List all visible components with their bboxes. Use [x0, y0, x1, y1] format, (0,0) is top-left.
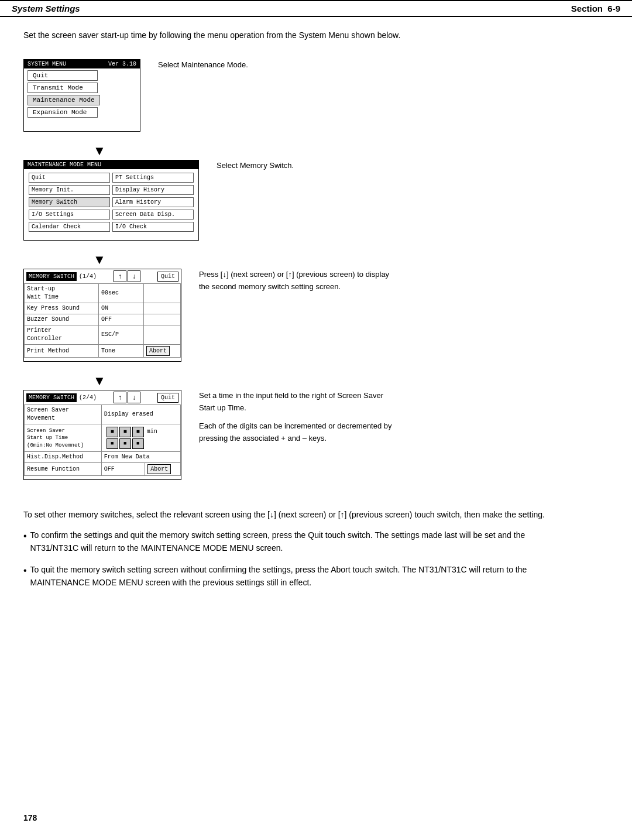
- page-number: 178: [23, 813, 37, 822]
- maint-calendar-check[interactable]: Calendar Check: [29, 222, 110, 232]
- min-label: min: [147, 428, 157, 436]
- system-menu-title-bar: SYSTEM MENU Ver 3.10: [24, 60, 140, 68]
- footer-note1: To set other memory switches, select the…: [23, 508, 550, 521]
- system-menu-version: Ver 3.10: [108, 61, 136, 67]
- mem-switch-2-title: MEMORY SWITCH: [26, 393, 77, 402]
- mem-switch-2-notes: Set a time in the input field to the rig…: [199, 390, 398, 444]
- table-row: Printer Controller ESC/P: [25, 325, 181, 345]
- digit-ctrl-1[interactable]: ■: [107, 438, 118, 449]
- footer-text: To set other memory switches, select the…: [23, 508, 550, 589]
- mem-switch-1-page: (1/4): [79, 273, 97, 280]
- abort-btn-2[interactable]: Abort: [147, 464, 171, 474]
- table-row: Hist.Disp.Method From New Data: [25, 452, 181, 463]
- digit-box-2[interactable]: ■: [119, 427, 131, 437]
- digit-box-container: ■ ■ ■ min ■ ■ ■: [104, 426, 178, 450]
- table-row: Start-up Wait Time 00sec: [25, 284, 181, 303]
- digit-box-3[interactable]: ■: [132, 427, 144, 437]
- bullet-item-2: To quit the memory switch setting screen…: [23, 563, 550, 589]
- maint-screen-data[interactable]: Screen Data Disp.: [112, 210, 194, 220]
- mem-switch-1-note: Press [↓] (next screen) or [↑] (previous…: [199, 269, 398, 293]
- maint-memory-switch[interactable]: Memory Switch: [29, 197, 110, 207]
- diagram-row-3: MEMORY SWITCH (1/4) ↑ ↓ Quit Start-up Wa…: [23, 269, 398, 362]
- maint-alarm-history[interactable]: Alarm History: [112, 197, 194, 207]
- bullet-list: To confirm the settings and quit the mem…: [23, 529, 550, 589]
- page-header: System Settings Section 6-9: [0, 0, 632, 17]
- maint-menu-note: Select Memory Switch.: [217, 160, 294, 172]
- maint-memory-init[interactable]: Memory Init.: [29, 185, 110, 195]
- digit-boxes-row1: ■ ■ ■ min: [107, 427, 157, 437]
- mem-switch-2-page: (2/4): [79, 395, 97, 401]
- quit-btn-2[interactable]: Quit: [157, 393, 178, 403]
- mem-switch-2-note-detail: Each of the digits can be incremented or…: [199, 420, 398, 445]
- system-menu-title: SYSTEM MENU: [28, 61, 66, 67]
- maint-pt-settings[interactable]: PT Settings: [112, 173, 194, 183]
- mem-switch-2-note-main: Set a time in the input field to the rig…: [199, 390, 398, 414]
- table-row: Screen Saver Movement Display erased: [25, 405, 181, 424]
- mem-switch-1-header: MEMORY SWITCH (1/4) ↑ ↓ Quit: [24, 269, 181, 283]
- memory-switch-1-box: MEMORY SWITCH (1/4) ↑ ↓ Quit Start-up Wa…: [23, 269, 181, 362]
- table-row: Print Method Tone Abort: [25, 345, 181, 358]
- maint-menu-title: MAINTENANCE MODE MENU: [28, 162, 101, 168]
- maint-io-check[interactable]: I/O Check: [112, 222, 194, 232]
- sys-menu-expansion[interactable]: Expansion Mode: [28, 107, 98, 118]
- quit-btn-1[interactable]: Quit: [157, 272, 178, 282]
- switch-table-1: Start-up Wait Time 00sec Key Press Sound…: [24, 283, 181, 358]
- digit-box-1[interactable]: ■: [107, 427, 118, 437]
- diagram-row-4: MEMORY SWITCH (2/4) ↑ ↓ Quit Screen Save…: [23, 390, 398, 480]
- page-body: Set the screen saver start-up time by fo…: [0, 29, 632, 620]
- digit-ctrl-3[interactable]: ■: [132, 438, 144, 449]
- maint-io-settings[interactable]: I/O Settings: [29, 210, 110, 220]
- arrow-down-2: ▼: [23, 252, 176, 268]
- nav-buttons-2: ↑ ↓: [114, 392, 140, 403]
- abort-btn-1[interactable]: Abort: [146, 346, 170, 356]
- mem-switch-2-header: MEMORY SWITCH (2/4) ↑ ↓ Quit: [24, 390, 181, 404]
- nav-up-btn-1[interactable]: ↑: [114, 270, 126, 282]
- intro-text: Set the screen saver start-up time by fo…: [23, 29, 445, 42]
- header-section: Section 6-9: [571, 4, 620, 13]
- table-row: Resume Function OFF Abort: [25, 463, 181, 476]
- digit-boxes-row2: ■ ■ ■: [107, 438, 144, 449]
- bullet-text-2: To quit the memory switch setting screen…: [30, 563, 550, 589]
- table-row: Buzzer Sound OFF: [25, 314, 181, 325]
- nav-up-btn-2[interactable]: ↑: [114, 392, 126, 403]
- nav-down-btn-2[interactable]: ↓: [128, 392, 140, 403]
- system-menu-box: SYSTEM MENU Ver 3.10 Quit Transmit Mode …: [23, 59, 140, 132]
- maint-menu-grid: Quit PT Settings Memory Init. Display Hi…: [24, 169, 198, 235]
- switch-table-2: Screen Saver Movement Display erased Scr…: [24, 404, 181, 476]
- sys-menu-quit[interactable]: Quit: [28, 70, 98, 81]
- table-row: Screen Saver Start up Time (0min:No Move…: [25, 424, 181, 452]
- bullet-item-1: To confirm the settings and quit the mem…: [23, 529, 550, 555]
- diagram-row-2: MAINTENANCE MODE MENU Quit PT Settings M…: [23, 160, 294, 241]
- digit-ctrl-2[interactable]: ■: [119, 438, 131, 449]
- maint-menu-title-bar: MAINTENANCE MODE MENU: [24, 160, 198, 169]
- diagram-row-1: SYSTEM MENU Ver 3.10 Quit Transmit Mode …: [23, 59, 248, 132]
- bullet-text-1: To confirm the settings and quit the mem…: [30, 529, 550, 555]
- mem-switch-1-title: MEMORY SWITCH: [26, 272, 77, 281]
- system-menu-note: Select Maintenance Mode.: [158, 59, 248, 71]
- arrow-down-1: ▼: [23, 143, 176, 159]
- table-row: Key Press Sound ON: [25, 303, 181, 314]
- maint-quit[interactable]: Quit: [29, 173, 110, 183]
- diagram-area: SYSTEM MENU Ver 3.10 Quit Transmit Mode …: [23, 59, 609, 491]
- maint-display-hisory[interactable]: Display Hisory: [112, 185, 194, 195]
- nav-buttons-1: ↑ ↓: [114, 270, 140, 282]
- arrow-down-3: ▼: [23, 373, 176, 389]
- memory-switch-2-box: MEMORY SWITCH (2/4) ↑ ↓ Quit Screen Save…: [23, 390, 181, 480]
- nav-down-btn-1[interactable]: ↓: [128, 270, 140, 282]
- maint-menu-box: MAINTENANCE MODE MENU Quit PT Settings M…: [23, 160, 199, 241]
- header-title: System Settings: [12, 4, 80, 13]
- sys-menu-transmit[interactable]: Transmit Mode: [28, 83, 98, 93]
- sys-menu-maintenance[interactable]: Maintenance Mode: [28, 95, 100, 105]
